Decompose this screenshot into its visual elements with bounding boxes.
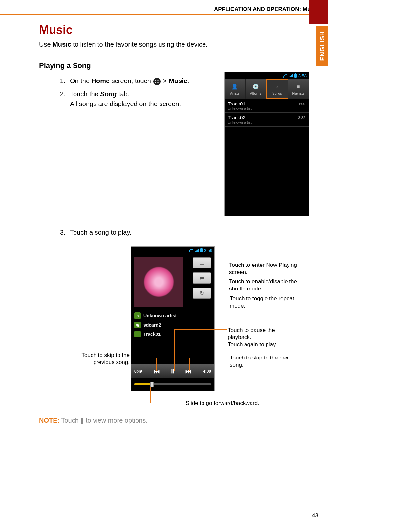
track-name: Track01	[228, 101, 252, 106]
track-name: Track02	[228, 115, 252, 120]
s2-bi: Song	[100, 90, 117, 98]
track-list: Track01 Unknown artist 4:00 Track02 Unkn…	[225, 99, 309, 127]
wifi-icon	[189, 248, 193, 252]
total-time: 4:00	[203, 369, 211, 374]
track-duration: 3:32	[298, 116, 305, 120]
tab-playlists[interactable]: ≡Playlists	[288, 79, 309, 99]
track-artist: Unknown artist	[228, 120, 252, 124]
s1-gt: >	[163, 77, 169, 84]
callout-pause: Touch to pause the playback. Touch again…	[228, 327, 300, 348]
s2-pre: Touch the	[70, 90, 100, 98]
screenshot-now-playing: 3:59 ☰ ⇄ ↻ ♫Unknown artist ◉sdcard2 ♪Tra…	[131, 246, 215, 391]
tab-songs[interactable]: ♪Songs	[266, 79, 288, 99]
repeat-icon: ↻	[200, 290, 204, 297]
s2-post: tab.	[117, 90, 129, 98]
s1-mid: screen, touch	[110, 77, 153, 84]
status-bar: 3:58	[225, 72, 309, 79]
callout-line	[189, 358, 190, 371]
s1-b1: Home	[92, 77, 110, 84]
slider-thumb[interactable]	[150, 382, 154, 387]
now-playing-button[interactable]: ☰	[193, 257, 211, 268]
step-3: Touch a song to play.	[67, 227, 308, 237]
callout-line	[131, 358, 156, 358]
tab-albums-label: Albums	[250, 92, 261, 95]
music-tabs: 👤Artists 💿Albums ♪Songs ≡Playlists	[225, 79, 309, 99]
intro-bold: Music	[53, 41, 71, 48]
note-text: NOTE: Touch to view more options.	[39, 417, 148, 424]
subheading: Playing a Song	[39, 61, 308, 70]
callout-line	[208, 281, 228, 281]
intro-text: Use Music to listen to the favorite song…	[39, 41, 308, 48]
header-accent-block	[309, 0, 328, 24]
language-tab-label: ENGLISH	[319, 31, 326, 61]
callout-line	[208, 265, 228, 265]
signal-icon	[289, 74, 293, 77]
callout-now-playing: Touch to enter Now Playing screen.	[229, 262, 301, 276]
artist-line: ♫Unknown artist	[134, 311, 211, 320]
note-pre: Touch	[59, 417, 80, 424]
overflow-menu-icon	[81, 418, 83, 424]
signal-icon	[195, 249, 199, 252]
status-time: 3:59	[204, 248, 212, 253]
next-button[interactable]: ⏭	[185, 368, 191, 375]
callout-line	[189, 358, 229, 358]
tab-playlists-label: Playlists	[292, 92, 304, 95]
tab-albums[interactable]: 💿Albums	[246, 79, 267, 99]
note-label: NOTE:	[39, 417, 59, 424]
s2-l2: All songs are displayed on the screen.	[70, 100, 181, 107]
tab-artists-label: Artists	[230, 92, 239, 95]
intro-pre: Use	[39, 41, 53, 48]
track-name: Track01	[143, 332, 161, 337]
progress-slider[interactable]	[134, 381, 211, 387]
disc-icon: ◉	[134, 322, 141, 328]
battery-icon	[294, 74, 297, 78]
callout-next: Touch to skip to the next song.	[230, 354, 295, 369]
song-icon: ♪	[273, 83, 281, 91]
shuffle-button[interactable]: ⇄	[193, 272, 211, 284]
artist-name: Unknown artist	[143, 313, 177, 318]
callout-line	[174, 329, 227, 330]
album-icon: 💿	[252, 83, 260, 91]
language-tab: ENGLISH	[316, 26, 328, 66]
callout-line	[156, 358, 157, 371]
battery-icon	[200, 248, 203, 252]
track-artist: Unknown artist	[228, 106, 252, 110]
page-title: Music	[39, 23, 308, 37]
callout-prev: Touch to skip to the previous song.	[66, 352, 130, 366]
apps-icon	[153, 78, 161, 85]
shuffle-icon: ⇄	[200, 275, 204, 282]
callout-line	[208, 297, 228, 297]
header-rule	[0, 14, 319, 15]
callout-repeat: Touch to toggle the repeat mode.	[230, 295, 302, 310]
status-time: 3:58	[298, 73, 307, 78]
tab-songs-label: Songs	[272, 92, 282, 95]
callout-line	[150, 403, 184, 403]
pause-button[interactable]: ⏸	[170, 368, 176, 375]
status-bar: 3:59	[131, 247, 214, 254]
track-line: ♪Track01	[134, 330, 211, 339]
album-art	[134, 257, 183, 307]
playlist-icon: ≡	[294, 83, 302, 91]
intro-post: to listen to the favorite songs using th…	[71, 41, 208, 48]
tab-artists[interactable]: 👤Artists	[225, 79, 246, 99]
callout-pause-l2: Touch again to play.	[228, 341, 277, 348]
elapsed-time: 0:49	[134, 369, 142, 374]
album-name: sdcard2	[143, 322, 161, 328]
header-section: APPLICATION AND OPERATION: Music	[214, 6, 318, 12]
track-row[interactable]: Track01 Unknown artist 4:00	[225, 99, 309, 113]
prev-button[interactable]: ⏮	[154, 368, 160, 375]
track-row[interactable]: Track02 Unknown artist 3:32	[225, 113, 309, 127]
s1-post: .	[187, 77, 189, 84]
artist-icon: ♫	[134, 312, 141, 319]
album-line: ◉sdcard2	[134, 320, 211, 330]
playback-controls: 0:49 ⏮ ⏸ ⏭ 4:00	[131, 364, 214, 378]
note-icon: ♪	[134, 331, 141, 337]
callout-line	[174, 329, 175, 371]
page-number: 43	[312, 512, 318, 519]
artist-icon: 👤	[231, 83, 239, 91]
list-icon: ☰	[200, 260, 204, 266]
s1-pre: On the	[70, 77, 92, 84]
s1-b2: Music	[169, 77, 187, 84]
wifi-icon	[283, 74, 287, 78]
callout-line	[150, 387, 151, 403]
